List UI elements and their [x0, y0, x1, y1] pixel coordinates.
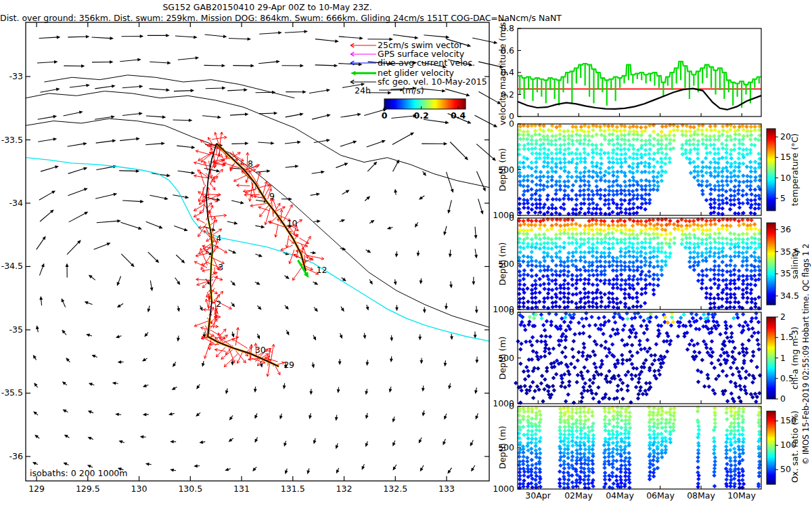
imos-watermark: © IMOS 15-Feb-2019 02:55:09 Hobart time.…	[801, 195, 811, 508]
svg-text:0.2: 0.2	[413, 110, 428, 121]
svg-text:30: 30	[255, 345, 266, 355]
svg-text:-36: -36	[9, 451, 23, 461]
svg-text:129.5: 129.5	[76, 484, 100, 494]
svg-text:8: 8	[248, 158, 253, 169]
velocity-panel: 00.20.40.60.8	[501, 23, 761, 121]
svg-text:133: 133	[438, 484, 455, 494]
svg-text:4: 4	[216, 233, 221, 243]
salinity-section-points	[517, 217, 762, 311]
depth-axis-label-oxygen: Depth (m)	[497, 400, 508, 495]
date-tick-02may: 02May	[555, 490, 602, 501]
legend-scale-24h: 24h	[355, 85, 371, 96]
depth-axis-label-chlorophyll: Depth (m)	[497, 311, 508, 406]
svg-text:12: 12	[317, 265, 328, 275]
svg-text:129: 129	[28, 484, 45, 494]
svg-text:29: 29	[284, 360, 294, 370]
svg-text:132: 132	[336, 484, 353, 494]
depth-axis-label-salinity: Depth (m)	[497, 217, 508, 312]
svg-text:9: 9	[269, 191, 275, 201]
svg-text:2: 2	[216, 299, 221, 309]
svg-text:-34.5: -34.5	[1, 261, 23, 271]
legend-label-dive-avg-current: dive-avg current veloc.	[378, 58, 475, 68]
temperature-section-points	[517, 123, 762, 217]
svg-text:-35.5: -35.5	[1, 387, 23, 398]
map-quiver-layer	[32, 30, 503, 474]
legend-label-sfc-geo-velocity: sfc geo. vel. 10-May-2015	[378, 77, 487, 87]
svg-text:132.5: 132.5	[383, 484, 407, 494]
chlorophyll-section-points	[514, 311, 762, 404]
glider-mission-figure: { "title": { "line1": "SG152 GAB20150410…	[0, 0, 812, 508]
colorbar-label-oxygen: Ox. sat. ratio (%)	[790, 373, 800, 508]
svg-text:0: 0	[509, 213, 514, 223]
svg-text:3: 3	[218, 262, 223, 272]
depth-axis-label-temperature: Depth (m)	[497, 123, 508, 217]
figure-subtitle: Dist. over ground: 356km. Dist. swum: 25…	[0, 13, 535, 23]
legend-units-label: (m/s)	[402, 85, 424, 96]
svg-text:131.5: 131.5	[281, 484, 305, 494]
svg-text:-33: -33	[9, 71, 23, 81]
svg-text:10: 10	[287, 218, 298, 228]
svg-text:0: 0	[780, 394, 786, 404]
oxygen-saturation-section-points	[517, 405, 762, 490]
date-tick-10may: 10May	[718, 490, 765, 501]
svg-text:0: 0	[509, 119, 514, 129]
isobaths-label: isobaths: 0 200 1000m	[30, 468, 128, 478]
svg-text:0: 0	[509, 307, 514, 317]
svg-text:-34: -34	[9, 198, 23, 208]
svg-text:1: 1	[780, 353, 786, 363]
svg-text:130: 130	[131, 484, 148, 494]
svg-text:-35: -35	[9, 324, 23, 335]
svg-text:130.5: 130.5	[178, 484, 202, 494]
svg-text:5: 5	[780, 193, 786, 203]
svg-text:0: 0	[382, 110, 388, 121]
svg-text:-33.5: -33.5	[1, 135, 23, 145]
svg-text:0.4: 0.4	[451, 110, 466, 121]
figure-title: SG152 GAB20150410 29-Apr 00Z to 10-May 2…	[0, 2, 535, 12]
svg-text:0: 0	[509, 401, 514, 411]
temperature-section-colorbar: 5101520	[767, 129, 791, 211]
svg-text:131: 131	[233, 484, 250, 494]
svg-text:2: 2	[780, 312, 786, 322]
